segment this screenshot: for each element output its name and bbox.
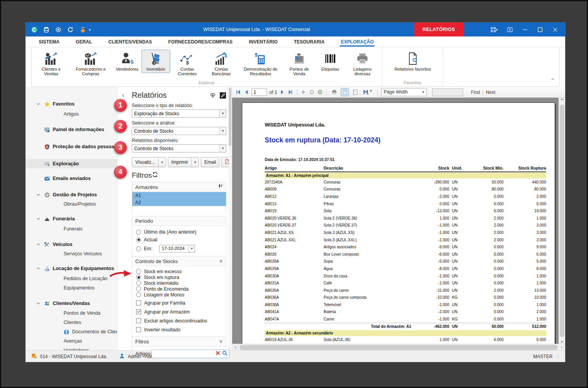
sidebar-item-ve-culos[interactable]: Veículos [26, 240, 117, 249]
chevron-down-icon[interactable] [36, 267, 44, 270]
checkbox[interactable] [136, 300, 141, 305]
sidebar-item-documentos-de-clientes[interactable]: Documentos de Clientes [26, 327, 117, 336]
zoom-select[interactable]: Page Width▼ [381, 88, 427, 96]
menu-tab-clientes-vendas[interactable]: CLIENTES/VENDAS [107, 37, 153, 47]
close-icon[interactable] [552, 27, 558, 33]
print-report-icon[interactable] [330, 88, 338, 96]
sidebar-item-artigos[interactable]: Artigos [26, 109, 117, 119]
sidebar-item-pontos-de-venda[interactable]: Pontos de Venda [26, 308, 117, 318]
chevron-down-icon[interactable]: ▼ [188, 245, 195, 252]
panel-scrollbar[interactable] [229, 88, 231, 350]
next-page-icon[interactable] [279, 89, 285, 95]
find-button[interactable]: Find [471, 90, 480, 95]
module-badge[interactable]: RELATÓRIOS [414, 23, 464, 36]
refresh-icon[interactable] [67, 26, 74, 33]
analysis-select[interactable]: Controlo de Stocks▼ [132, 127, 226, 135]
checkbox-excluir-artigos-descontinuados[interactable]: Excluir artigos descontinuados [132, 316, 226, 325]
radio-button[interactable] [136, 292, 141, 297]
chevron-down-icon[interactable]: ▼ [420, 88, 426, 96]
back-icon[interactable] [301, 89, 307, 95]
chevron-down-icon[interactable] [36, 242, 44, 246]
ribbon-item-clientes-e-vendas[interactable]: Clientes e Vendas [34, 50, 69, 78]
visualize-button[interactable]: Visualiz...▼ [132, 157, 166, 167]
ribbon-item-etiquetas[interactable]: Etiquetas [316, 50, 345, 73]
first-page-icon[interactable] [235, 89, 241, 95]
restore-window-icon[interactable] [507, 27, 513, 33]
layout-grid-icon[interactable]: ▾ [490, 27, 498, 33]
ribbon-item-demonstra-o-de-resultados[interactable]: $Demonstração de Resultados [238, 50, 283, 78]
menu-tab-sistema[interactable]: SISTEMA [38, 37, 60, 47]
touch-pointer-icon[interactable] [79, 26, 86, 33]
sync-icon[interactable] [218, 184, 223, 190]
stock-option-ponto-de-encomenda[interactable]: Ponto de Encomenda [132, 286, 226, 292]
radio-button[interactable] [136, 281, 141, 286]
radio-button[interactable] [136, 286, 141, 291]
find-input[interactable] [432, 88, 463, 96]
minimize-icon[interactable] [522, 27, 528, 33]
cancel-icon[interactable] [309, 89, 315, 95]
collapse-section-icon[interactable]: » [218, 340, 224, 343]
sidebar-item-vendedores[interactable]: Vendedores [26, 346, 117, 350]
menu-tab-explora-o[interactable]: EXPLORAÇÃO [340, 37, 374, 47]
page-number-input[interactable] [252, 88, 267, 96]
checkbox[interactable] [136, 327, 141, 332]
ribbon-item-pontos-de-venda[interactable]: Pontos de Venda [283, 50, 316, 78]
sidebar-item-gest-o-de-projetos[interactable]: Gestão de Projetos [26, 190, 117, 199]
resize-grip[interactable]: ⁙ [557, 354, 560, 359]
maximize-icon[interactable] [537, 27, 543, 33]
articles-input[interactable] [152, 351, 215, 357]
refresh-report-icon[interactable] [317, 89, 323, 95]
sidebar-item-painel-de-informa-es[interactable]: Painel de informações [26, 125, 117, 134]
period-option-em[interactable]: Em:17-10-2024▼ [132, 244, 226, 254]
sidebar-item-clientes-vendas[interactable]: Clientes/Vendas [26, 299, 117, 308]
scroll-down-icon[interactable]: ⌄ [559, 337, 565, 344]
clear-filter-icon[interactable] [215, 350, 222, 357]
ribbon-collapse-icon[interactable]: ⌃ [550, 78, 555, 83]
sidebar-item-equipamentos[interactable]: Equipamentos [26, 283, 117, 293]
chevron-down-icon[interactable]: ▼ [191, 158, 198, 167]
period-option-actual[interactable]: Actual [132, 236, 226, 244]
database-icon[interactable] [43, 26, 50, 33]
settings-gear-icon[interactable] [55, 26, 62, 33]
ribbon-item-fornecedores-e-compras[interactable]: Fornecedores e Compras [69, 50, 113, 78]
ribbon-item-invent-rio[interactable]: Inventário [141, 50, 170, 73]
radio-button[interactable] [136, 269, 141, 274]
chevron-down-icon[interactable]: ▼ [219, 145, 226, 152]
date-select[interactable]: 17-10-2024▼ [159, 245, 195, 253]
menu-tab-geral[interactable]: GERAL [75, 37, 93, 47]
chevron-down-icon[interactable] [36, 217, 44, 221]
chevron-down-icon[interactable]: ▼ [158, 158, 166, 167]
export-save-icon[interactable]: ▼ [362, 88, 374, 96]
chevron-down-icon[interactable] [36, 193, 44, 197]
collapse-section-icon[interactable]: » [218, 260, 224, 263]
sidebar-item-funerais[interactable]: Funerais [26, 224, 117, 234]
sidebar-item-prote-o-de-dados-pessoais[interactable]: Proteção de dados pessoais [26, 142, 117, 151]
chevron-down-icon[interactable]: ▾ [89, 28, 91, 32]
favorite-add-icon[interactable] [209, 92, 216, 99]
scroll-left-icon[interactable]: ‹ [232, 345, 239, 350]
warehouse-option-a2[interactable]: A2 [132, 199, 226, 206]
radio-button[interactable] [136, 246, 141, 251]
sidebar-item-clientes[interactable]: Clientes [26, 318, 117, 327]
scroll-up-icon[interactable]: ⌃ [559, 98, 565, 104]
vertical-scrollbar[interactable]: ⌃ ⌄ [559, 98, 565, 344]
checkbox-agrupar-por-fam-lia[interactable]: Agrupar por Família [132, 298, 226, 307]
sidebar-item-aven-as[interactable]: Avenças [26, 336, 117, 346]
stock-option-listagem-de-monos[interactable]: Listagem de Monos [132, 292, 226, 298]
menu-tab-invent-rio[interactable]: INVENTÁRIO [248, 37, 278, 47]
page-setup-icon[interactable] [351, 88, 359, 96]
print-layout-icon[interactable] [341, 88, 349, 96]
sidebar-item-loca-o-de-equipamentos[interactable]: Locação de Equipamentos [26, 264, 117, 273]
sidebar-item-pedidos-de-loca-o[interactable]: Pedidos de Locação [26, 274, 117, 283]
radio-button[interactable] [136, 230, 141, 235]
print-button[interactable]: Imprimir▼ [168, 157, 199, 167]
period-option-ltimo-dia-ano-anterior[interactable]: Último dia (Ano anterior) [132, 228, 226, 236]
sidebar-item-explora-o[interactable]: Exploração [26, 159, 117, 168]
stock-option-stock-interm-dio[interactable]: Stock intermédio [132, 280, 226, 286]
chevron-down-icon[interactable]: ▼ [219, 110, 226, 117]
ribbon-item-listagens-diversas[interactable]: Listagens diversas [345, 50, 380, 78]
horizontal-scrollbar[interactable]: ‹ › [232, 344, 565, 350]
radio-button[interactable] [136, 275, 141, 280]
sidebar-item-servi-os-ve-culos[interactable]: Serviços Veículos [26, 249, 117, 258]
checkbox[interactable] [136, 309, 141, 314]
